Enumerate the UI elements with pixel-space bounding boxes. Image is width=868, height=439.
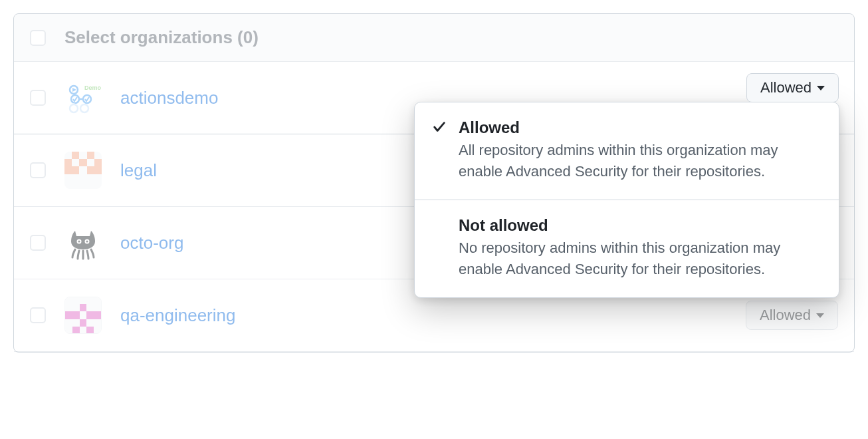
select-all-checkbox[interactable]: [30, 30, 46, 46]
org-link[interactable]: qa-engineering: [120, 305, 727, 326]
dropdown-option-desc: No repository admins within this organiz…: [459, 237, 821, 280]
org-avatar: [64, 297, 102, 334]
dropdown-option-allowed[interactable]: Allowed All repository admins within thi…: [415, 102, 839, 200]
header-title: Select organizations (0): [64, 27, 259, 48]
status-label: Allowed: [760, 307, 811, 324]
row-checkbox[interactable]: [30, 162, 46, 178]
svg-point-12: [86, 241, 88, 243]
dropdown-option-title: Not allowed: [459, 216, 821, 235]
row-checkbox[interactable]: [30, 90, 46, 106]
status-dropdown-button[interactable]: Allowed: [746, 73, 839, 102]
dropdown-option-not-allowed[interactable]: Not allowed No repository admins within …: [415, 200, 839, 297]
panel-header: Select organizations (0): [14, 14, 854, 62]
dropdown-option-desc: All repository admins within this organi…: [459, 140, 821, 182]
org-avatar: Demo: [64, 79, 102, 116]
check-icon: [432, 120, 447, 134]
org-avatar: [64, 224, 102, 261]
svg-point-11: [78, 241, 80, 243]
dropdown-option-title: Allowed: [459, 118, 821, 137]
status-dropdown-menu: Allowed Allowed All repository admins wi…: [414, 102, 839, 298]
status-dropdown-button[interactable]: Allowed: [746, 301, 838, 330]
status-label: Allowed: [760, 79, 812, 96]
svg-text:Demo: Demo: [84, 84, 102, 91]
chevron-down-icon: [816, 313, 824, 318]
chevron-down-icon: [817, 86, 825, 90]
row-checkbox[interactable]: [30, 307, 46, 323]
org-avatar: [64, 152, 102, 189]
row-checkbox[interactable]: [30, 235, 46, 251]
organizations-panel: Select organizations (0): [13, 13, 855, 353]
